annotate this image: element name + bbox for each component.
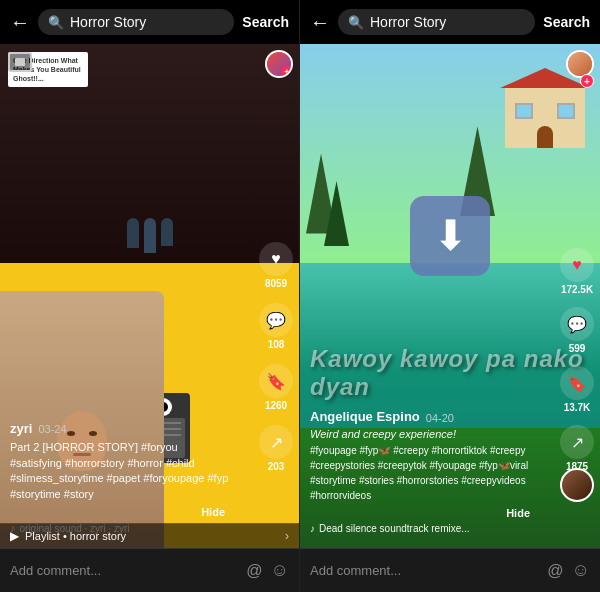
right-bookmark-button[interactable]: 🔖 13.7K — [560, 366, 594, 413]
comment-button[interactable]: 💬 108 — [259, 303, 293, 350]
search-icon: 🔍 — [48, 15, 64, 30]
right-like-button[interactable]: ♥ 172.5K — [560, 248, 594, 295]
right-share-button[interactable]: ↗ 1875 — [560, 425, 594, 472]
right-hide-button[interactable]: Hide — [310, 507, 530, 519]
share-count: 203 — [268, 461, 285, 472]
right-bottom-avatar[interactable] — [560, 468, 594, 502]
right-search-button[interactable]: Search — [543, 14, 590, 30]
right-bookmark-icon: 🔖 — [560, 366, 594, 400]
chevron-right-icon: › — [285, 529, 289, 543]
right-sound-label: Dead silence soundtrack remixe... — [319, 523, 470, 534]
right-username-label: Angelique Espino — [310, 409, 420, 424]
screen-record-icon — [8, 52, 32, 72]
right-music-note-icon: ♪ — [310, 523, 315, 534]
right-video-info: Angelique Espino 04-20 Weird and creepy … — [300, 401, 540, 542]
share-button[interactable]: ↗ 203 — [259, 425, 293, 472]
bookmark-count: 1260 — [265, 400, 287, 411]
like-count: 8059 — [265, 278, 287, 289]
right-panel: ← 🔍 Horror Story Search ⬇ Kawoy — [300, 0, 600, 592]
right-bookmark-count: 13.7K — [564, 402, 591, 413]
left-search-text: Horror Story — [70, 14, 146, 30]
left-panel-icons: ♥ 8059 💬 108 🔖 1260 ↗ 203 — [259, 242, 293, 472]
comment-count: 108 — [268, 339, 285, 350]
right-video-area: ⬇ Kawoy kawoy pa nako dyan + ♥ 172.5K 💬 … — [300, 44, 600, 592]
right-comment-icon: 💬 — [560, 307, 594, 341]
playlist-bar[interactable]: ▶ Playlist • horror story › — [0, 523, 299, 548]
right-top-bar: ← 🔍 Horror Story Search — [300, 0, 600, 44]
right-follow-plus-badge[interactable]: + — [580, 74, 594, 88]
right-post-date: 04-20 — [426, 412, 454, 424]
username-row: zyri 03-24 — [10, 421, 229, 436]
right-search-text: Horror Story — [370, 14, 446, 30]
left-back-button[interactable]: ← — [10, 11, 30, 34]
download-arrow-overlay: ⬇ — [410, 196, 490, 276]
caption-text: Part 2 [HORROR STORY] #foryou #satisfyin… — [10, 440, 229, 502]
right-tagline-text: Weird and creepy experience! — [310, 428, 530, 440]
playlist-label: Playlist • horror story — [25, 530, 279, 542]
right-comment-bar: Add comment... @ ☺ — [300, 548, 600, 592]
right-tags-text: #fyoupage #fyp🦋 #creepy #horrortiktok #c… — [310, 443, 530, 503]
right-back-button[interactable]: ← — [310, 11, 330, 34]
left-search-button[interactable]: Search — [242, 14, 289, 30]
arrow-down-icon: ⬇ — [433, 211, 468, 260]
bookmark-icon: 🔖 — [259, 364, 293, 398]
right-search-box[interactable]: 🔍 Horror Story — [338, 9, 535, 35]
right-emoji-icon[interactable]: ☺ — [572, 560, 590, 581]
house-object — [505, 88, 585, 148]
at-icon[interactable]: @ — [246, 562, 262, 580]
left-video-area: One Direction What Makes You Beautiful G… — [0, 44, 299, 592]
bookmark-button[interactable]: 🔖 1260 — [259, 364, 293, 411]
right-at-icon[interactable]: @ — [547, 562, 563, 580]
heart-icon: ♥ — [259, 242, 293, 276]
right-panel-icons: ♥ 172.5K 💬 599 🔖 13.7K ↗ 1875 — [560, 248, 594, 472]
right-sound-row: ♪ Dead silence soundtrack remixe... — [310, 523, 530, 534]
like-button[interactable]: ♥ 8059 — [259, 242, 293, 289]
right-comment-button[interactable]: 💬 599 — [560, 307, 594, 354]
left-search-box[interactable]: 🔍 Horror Story — [38, 9, 234, 35]
left-top-bar: ← 🔍 Horror Story Search — [0, 0, 299, 44]
playlist-icon: ▶ — [10, 529, 19, 543]
left-comment-input[interactable]: Add comment... — [10, 563, 238, 578]
right-search-icon: 🔍 — [348, 15, 364, 30]
right-share-icon: ↗ — [560, 425, 594, 459]
right-heart-icon: ♥ — [560, 248, 594, 282]
creator-avatar[interactable]: + — [265, 50, 293, 78]
hide-button[interactable]: Hide — [10, 506, 229, 518]
right-comment-count: 599 — [569, 343, 586, 354]
emoji-icon[interactable]: ☺ — [271, 560, 289, 581]
right-username-row: Angelique Espino 04-20 — [310, 409, 530, 426]
comment-icon: 💬 — [259, 303, 293, 337]
right-like-count: 172.5K — [561, 284, 593, 295]
left-comment-bar: Add comment... @ ☺ — [0, 548, 299, 592]
right-comment-input[interactable]: Add comment... — [310, 563, 539, 578]
username-label: zyri — [10, 421, 32, 436]
post-date-label: 03-24 — [38, 423, 66, 435]
share-icon: ↗ — [259, 425, 293, 459]
left-thumb-top: One Direction What Makes You Beautiful G… — [0, 44, 299, 263]
overlay-watermark-text: Kawoy kawoy pa nako dyan — [310, 345, 600, 401]
